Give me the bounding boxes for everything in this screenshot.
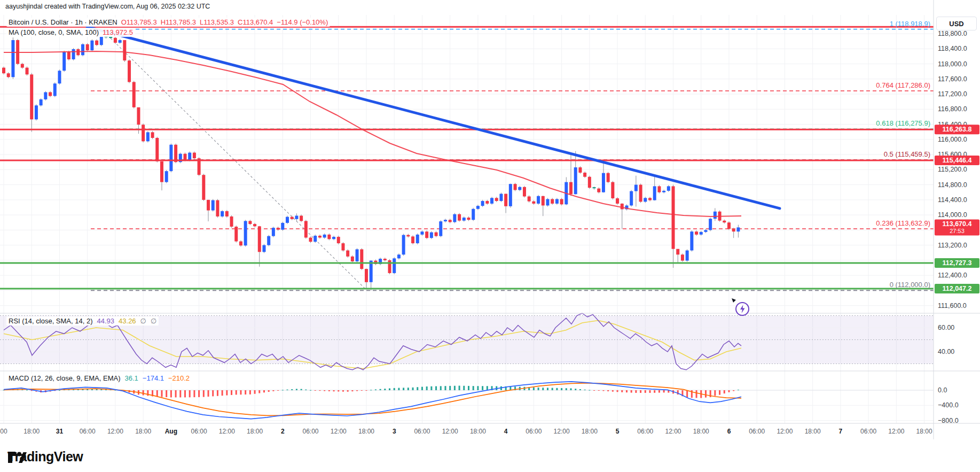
macd-histogram-bar [310,390,311,391]
candle-body [709,219,712,230]
candle-body [356,249,359,261]
tradingview-logo[interactable]: TradingView [7,449,83,465]
candle-body [560,199,563,204]
candle-body [542,196,545,206]
macd-histogram-bar [305,390,307,390]
rsi-label: RSI (14, close, SMA, 14, 2) [9,317,93,325]
macd-histogram-bar [375,390,377,390]
macd-histogram-bar [538,388,539,390]
time-axis-labels[interactable]: 0018:003106:0012:0018:00Aug06:0012:0018:… [0,428,932,435]
rsi-legend[interactable]: RSI (14, close, SMA, 14, 2)44.9343.26∅∅ [6,316,159,326]
candle-body [365,269,368,282]
price-axis-label: 117,600.0 [938,75,967,83]
candle-body [2,68,5,74]
candle-body [211,200,215,211]
macd-histogram-bar [658,390,660,393]
candle-body [528,196,531,201]
price-axis-label: 112,400.0 [938,272,967,279]
rsi-extra-2: ∅ [151,317,156,325]
candle-body [114,38,117,43]
candle-body [704,230,707,232]
macd-histogram-bar [631,390,632,393]
time-axis-label: 12:00 [331,428,347,435]
macd-legend[interactable]: MACD (12, 26, close, 9, EMA, EMA)36.1−17… [6,374,192,383]
candle-body [327,235,331,239]
candle-body [435,233,438,236]
time-axis-label: 7 [839,428,843,435]
macd-histogram-bar [561,388,562,390]
macd-histogram-bar [249,390,251,394]
macd-histogram-bar [696,390,697,398]
candle-body [648,198,652,200]
macd-histogram-bar [663,390,665,392]
macd-histogram-bar [347,390,349,392]
ohlc-close: C113,670.4 [238,18,273,26]
candle-body [481,201,484,206]
rsi-ma-value: 43.26 [119,317,136,325]
candle-body [383,259,387,260]
time-axis-label: 06:00 [191,428,207,435]
candle-body [21,64,24,68]
macd-histogram-bar [626,390,628,392]
candle-body [309,237,312,242]
symbol-legend[interactable]: Bitcoin / U.S. Dollar · 1h · KRAKENO113,… [6,18,330,27]
candle-body [272,228,275,236]
candle-body [393,258,396,273]
candle-body [462,218,466,221]
candle-body [160,161,163,182]
macd-histogram-bar [282,390,284,390]
candle-body [40,99,43,105]
time-axis-label: 6 [727,428,731,435]
macd-histogram-bar [654,390,655,393]
macd-axis-label: −400.0 [938,401,959,409]
macd-histogram-bar [156,390,158,397]
candle-body [7,73,10,77]
candle-body [49,92,52,96]
ma-label: MA (100, close, 0, SMA, 100) [9,28,99,36]
candle-body [504,194,507,206]
time-axis-label: 18:00 [358,428,374,435]
currency-button[interactable]: USD [936,17,977,30]
candle-body [700,232,703,235]
price-change: −114.9 (−0.10%) [277,18,328,26]
macd-histogram-bar [291,389,293,390]
time-axis-label: 00 [0,428,7,435]
fib-label: 0.618 (116,275.9) [876,119,930,127]
candle-body [183,154,186,160]
price-badges: 116,263.8115,446.4113,670.427:53112,727.… [935,125,979,293]
candle-body [546,199,549,205]
time-axis-label: 5 [616,428,620,435]
macd-histogram-bar [724,390,725,393]
candle-body [611,182,614,198]
macd-value: −174.1 [143,374,164,382]
macd-histogram-bar [645,390,646,393]
time-axis-label: 31 [56,428,64,435]
candle-body [318,236,322,238]
macd-histogram-bar [477,386,479,390]
macd-histogram-bar [584,390,586,390]
candle-body [621,204,624,210]
candle-body [476,206,480,209]
candle-body [406,235,410,237]
macd-histogram-bar [356,390,358,391]
macd-histogram-bar [212,390,214,396]
time-axis-label: 18:00 [805,428,821,435]
macd-histogram-bar [566,388,567,390]
flash-tool-icon[interactable] [731,297,752,319]
candle-body [662,191,665,192]
macd-histogram-bar [412,388,414,390]
candle-body [597,189,600,192]
time-axis-label: 3 [393,428,396,435]
time-axis-label: 18:00 [23,428,40,435]
macd-histogram-bar [621,390,623,392]
time-axis-label: 12:00 [219,428,235,435]
candle-body [202,175,205,200]
macd-histogram-bar [635,390,637,393]
candle-body [26,68,29,75]
time-axis-label: 18:00 [693,428,709,435]
candle-body [555,199,559,203]
candle-body [695,231,698,235]
candle-body [657,186,661,192]
ma-legend[interactable]: MA (100, close, 0, SMA, 100)113,972.5 [6,28,135,37]
chart-canvas[interactable]: 118,800.0118,400.0118,000.0117,600.0117,… [0,0,980,472]
